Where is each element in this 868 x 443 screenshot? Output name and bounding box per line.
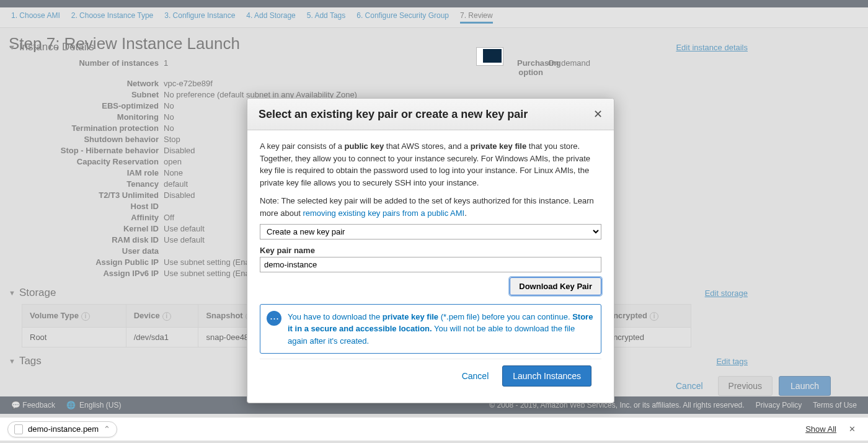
show-all-link[interactable]: Show All (805, 424, 836, 434)
detail-value: vpc-e72be89f (164, 79, 424, 88)
tab-configure-instance[interactable]: 3. Configure Instance (164, 11, 235, 24)
file-icon (14, 424, 23, 434)
tab-add-tags[interactable]: 5. Add Tags (307, 11, 346, 24)
detail-label: Kernel ID (9, 224, 164, 233)
modal-cancel-button[interactable]: Cancel (456, 365, 495, 387)
caret-icon: ▼ (9, 357, 16, 365)
detail-label: Stop - Hibernate behavior (9, 146, 164, 155)
tab-choose-instance-type[interactable]: 2. Choose Instance Type (71, 11, 154, 24)
info-icon[interactable]: i (650, 312, 658, 321)
download-filename: demo-instance.pem (28, 424, 99, 434)
cell-volume-type: Root (22, 328, 126, 347)
info-icon[interactable]: i (81, 312, 90, 321)
key-pair-modal: Select an existing key pair or create a … (247, 98, 614, 403)
previous-button[interactable]: Previous (718, 376, 773, 396)
detail-label: Assign IPv6 IP (9, 269, 164, 278)
tab-review[interactable]: 7. Review (460, 11, 493, 24)
detail-label: Network (9, 79, 164, 88)
edit-storage-link[interactable]: Edit storage (705, 289, 748, 298)
browser-download-bar: demo-instance.pem ⌃ Show All ✕ (0, 417, 868, 441)
info-box: You have to download the private key fil… (260, 304, 601, 354)
remove-keypair-link[interactable]: removing existing key pairs from a publi… (303, 208, 464, 218)
keypair-name-label: Key pair name (260, 244, 601, 257)
privacy-link[interactable]: Privacy Policy (756, 401, 802, 409)
section-title: Instance Details (19, 41, 94, 53)
modal-title: Select an existing key pair or create a … (259, 108, 528, 121)
keypair-name-input[interactable] (260, 257, 601, 272)
caret-icon: ▼ (9, 43, 16, 51)
info-icon[interactable]: i (162, 312, 171, 321)
launch-button[interactable]: Launch (779, 376, 831, 396)
detail-label: RAM disk ID (9, 235, 164, 244)
globe-icon: 🌐 (66, 401, 76, 409)
section-title: Tags (19, 355, 42, 367)
detail-label: IAM role (9, 168, 164, 177)
language-link[interactable]: English (US) (79, 401, 121, 409)
detail-label: Termination protection (9, 123, 164, 133)
detail-label: Affinity (9, 213, 164, 222)
chevron-up-icon[interactable]: ⌃ (104, 424, 110, 434)
purchasing-option-value: On demand (548, 58, 672, 77)
tab-add-storage[interactable]: 4. Add Storage (246, 11, 295, 24)
cell-device: /dev/sda1 (126, 328, 198, 347)
col-volume-type: Volume Typei (22, 305, 126, 328)
detail-label: Host ID (9, 202, 164, 211)
tab-choose-ami[interactable]: 1. Choose AMI (11, 11, 60, 24)
close-downloads-icon[interactable]: ✕ (844, 422, 861, 436)
detail-label: Number of instances (9, 58, 164, 77)
detail-label: Capacity Reservation (9, 157, 164, 166)
launch-instances-button[interactable]: Launch Instances (502, 365, 591, 387)
wizard-tabs: 1. Choose AMI 2. Choose Instance Type 3.… (0, 7, 868, 28)
feedback-link[interactable]: Feedback (22, 401, 55, 409)
detail-label: T2/T3 Unlimited (9, 190, 164, 200)
detail-label: Subnet (9, 90, 164, 99)
detail-label: Monitoring (9, 112, 164, 122)
keypair-mode-select[interactable]: Create a new key pair (260, 224, 601, 239)
edit-tags-link[interactable]: Edit tags (716, 357, 748, 366)
modal-footer: Cancel Launch Instances (260, 359, 601, 396)
detail-value: 1 (164, 58, 424, 77)
speech-icon: 💬 (11, 401, 20, 409)
download-chip[interactable]: demo-instance.pem ⌃ (7, 421, 117, 437)
tab-configure-security-group[interactable]: 6. Configure Security Group (356, 11, 449, 24)
modal-paragraph-1: A key pair consists of a public key that… (260, 140, 601, 189)
detail-label: Shutdown behavior (9, 135, 164, 144)
close-icon[interactable]: ✕ (593, 107, 603, 121)
detail-label: Tenancy (9, 179, 164, 189)
edit-instance-details-link[interactable]: Edit instance details (676, 43, 748, 52)
modal-paragraph-2: Note: The selected key pair will be adde… (260, 195, 601, 219)
cancel-button[interactable]: Cancel (667, 376, 712, 396)
download-keypair-button[interactable]: Download Key Pair (510, 277, 601, 295)
pip-thumbnail[interactable] (476, 47, 503, 66)
aws-header-stub (0, 0, 868, 7)
caret-icon: ▼ (9, 289, 16, 297)
section-title: Storage (19, 287, 56, 299)
modal-header: Select an existing key pair or create a … (247, 99, 614, 130)
detail-label: Assign Public IP (9, 257, 164, 267)
detail-label: User data (9, 246, 164, 256)
terms-link[interactable]: Terms of Use (813, 401, 857, 409)
col-device: Devicei (126, 305, 198, 328)
detail-label: EBS-optimized (9, 101, 164, 110)
info-bubble-icon (267, 311, 281, 326)
